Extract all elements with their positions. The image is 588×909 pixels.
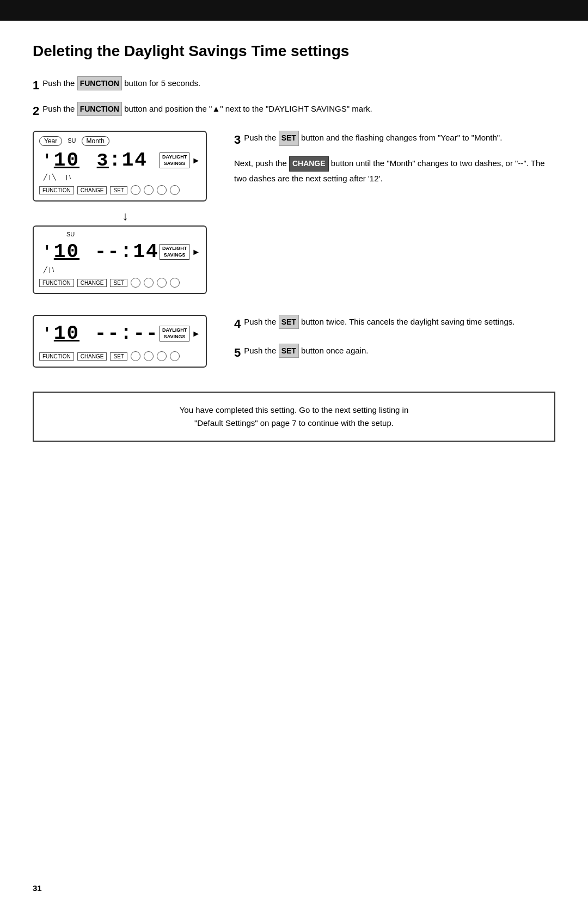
arrow-right-1: ► (192, 156, 200, 166)
step-3-block: 3 Push the SET button and the flashing c… (234, 131, 555, 185)
dashes-min: -- (133, 322, 158, 345)
page-title: Deleting the Daylight Savings Time setti… (33, 42, 555, 60)
tick-apos-3: ' (42, 325, 53, 342)
circle-3b (144, 351, 154, 361)
function-highlight-2: FUNCTION (77, 102, 122, 116)
circle-3c (157, 351, 167, 361)
circle-1b (144, 185, 154, 195)
diagram-2-display: ' 10 -- : 14 DAYLIGHTSAVINGS ► (39, 239, 200, 265)
diagram-3-display: ' 10 -- : -- DAYLIGHTSAVINGS ► (39, 320, 200, 347)
function-btn-1: FUNCTION (39, 186, 74, 194)
clock-display-2: ' 10 -- : 14 (39, 239, 159, 265)
year-digits-1: 10 (54, 149, 79, 172)
diagram-3: ' 10 -- : -- DAYLIGHTSAVINGS ► FUNCTION … (33, 315, 207, 368)
tick-3: ╱ | \ (44, 266, 54, 273)
diagram-3-container: ' 10 -- : -- DAYLIGHTSAVINGS ► FUNCTION … (33, 315, 218, 375)
year-digits-2: 10 (54, 241, 79, 263)
step-2-number: 2 (33, 102, 39, 120)
space-2 (81, 241, 94, 263)
step-1: 1 Push the FUNCTION button for 5 seconds… (33, 76, 555, 94)
su-label-2: SU (39, 231, 200, 237)
step-1-text: Push the FUNCTION button for 5 seconds. (42, 76, 200, 90)
set-highlight-4: SET (279, 315, 299, 329)
function-btn-2: FUNCTION (39, 279, 74, 287)
step-3-number: 3 (234, 131, 241, 149)
space-1 (82, 149, 95, 172)
change-btn-3: CHANGE (77, 352, 107, 361)
down-arrow: ↓ (33, 209, 218, 223)
step-2-text: Push the FUNCTION button and position th… (42, 102, 372, 116)
function-highlight-1: FUNCTION (77, 76, 122, 90)
step-3-continuation: Next, push the CHANGE button until the "… (234, 156, 555, 185)
year-label: Year (39, 136, 62, 146)
step-4-number: 4 (234, 315, 241, 333)
buttons-row-2: FUNCTION CHANGE SET (39, 278, 200, 288)
circle-2b (144, 278, 154, 288)
left-diagrams: Year SU Month ' 10 3 : 14 DAYLIGHTSAVING… (33, 131, 218, 302)
diagram-1-display: ' 10 3 : 14 DAYLIGHTSAVINGS ► (39, 147, 200, 174)
circle-2c (157, 278, 167, 288)
month-label: Month (82, 136, 109, 146)
step-4-text: Push the SET button twice. This cancels … (244, 315, 514, 329)
clock-display-3: ' 10 -- : -- (39, 320, 159, 347)
change-btn-1: CHANGE (77, 186, 107, 194)
change-highlight: CHANGE (289, 156, 329, 172)
set-btn-3: SET (110, 352, 127, 361)
top-bar (0, 0, 588, 21)
change-btn-2: CHANGE (77, 279, 107, 287)
set-btn-2: SET (110, 279, 127, 287)
year-digits-3: 10 (54, 322, 79, 345)
clock-display-1: ' 10 3 : 14 (39, 147, 148, 174)
diagram-1-labels: Year SU Month (39, 136, 200, 146)
colon-1: : (109, 149, 122, 172)
circle-1a (131, 185, 140, 195)
circle-3a (131, 351, 140, 361)
completion-line-1: You have completed this setting. Go to t… (50, 404, 538, 417)
arrow-right-2: ► (192, 247, 200, 257)
step-5-number: 5 (234, 344, 241, 362)
step-3-text: Push the SET button and the flashing cha… (244, 131, 502, 146)
tick-row-2: ╱ | \ (39, 266, 200, 273)
step-4: 4 Push the SET button twice. This cancel… (234, 315, 555, 333)
colon-3: : (120, 322, 133, 345)
circle-1c (157, 185, 167, 195)
daylight-badge-2: DAYLIGHTSAVINGS (160, 244, 189, 260)
buttons-row-1: FUNCTION CHANGE SET (39, 185, 200, 195)
circle-3d (170, 351, 180, 361)
bottom-layout: ' 10 -- : -- DAYLIGHTSAVINGS ► FUNCTION … (33, 315, 555, 375)
hour-digits-2: 14 (133, 241, 158, 263)
colon-2: : (120, 241, 133, 263)
space-3 (81, 322, 94, 345)
tick-row-1: ╱ | ╲ | \ (39, 174, 200, 181)
set-btn-1: SET (110, 186, 127, 194)
tick-2: | \ (66, 174, 71, 181)
step-5: 5 Push the SET button once again. (234, 344, 555, 362)
steps-4-5: 4 Push the SET button twice. This cancel… (234, 315, 555, 369)
diagram-1: Year SU Month ' 10 3 : 14 DAYLIGHTSAVING… (33, 131, 207, 202)
arrow-right-3: ► (192, 329, 200, 339)
tick-apos-2: ' (42, 243, 53, 260)
circle-2a (131, 278, 140, 288)
dashes-month: -- (95, 241, 120, 263)
hour-digits-1: 14 (122, 149, 148, 172)
completion-box: You have completed this setting. Go to t… (33, 392, 555, 442)
completion-line-2: "Default Settings" on page 7 to continue… (50, 417, 538, 430)
tick-apos-1: ' (42, 152, 53, 169)
main-layout: Year SU Month ' 10 3 : 14 DAYLIGHTSAVING… (33, 131, 555, 302)
su-label-1: SU (68, 137, 76, 146)
page-number: 31 (33, 883, 42, 893)
month-digits-1: 3 (97, 150, 109, 171)
function-btn-3: FUNCTION (39, 352, 74, 361)
circle-1d (170, 185, 180, 195)
buttons-row-3: FUNCTION CHANGE SET (39, 351, 200, 361)
daylight-badge-1: DAYLIGHTSAVINGS (160, 152, 189, 168)
daylight-badge-3: DAYLIGHTSAVINGS (160, 326, 189, 341)
dashes-all: -- (95, 322, 120, 345)
diagram-2: SU ' 10 -- : 14 DAYLIGHTSAVINGS ► ╱ | \ (33, 225, 207, 294)
step-1-number: 1 (33, 76, 39, 94)
step-3: 3 Push the SET button and the flashing c… (234, 131, 555, 149)
circle-2d (170, 278, 180, 288)
step-5-text: Push the SET button once again. (244, 344, 368, 358)
tick-1: ╱ | ╲ (44, 174, 56, 181)
set-highlight-3: SET (279, 131, 299, 146)
